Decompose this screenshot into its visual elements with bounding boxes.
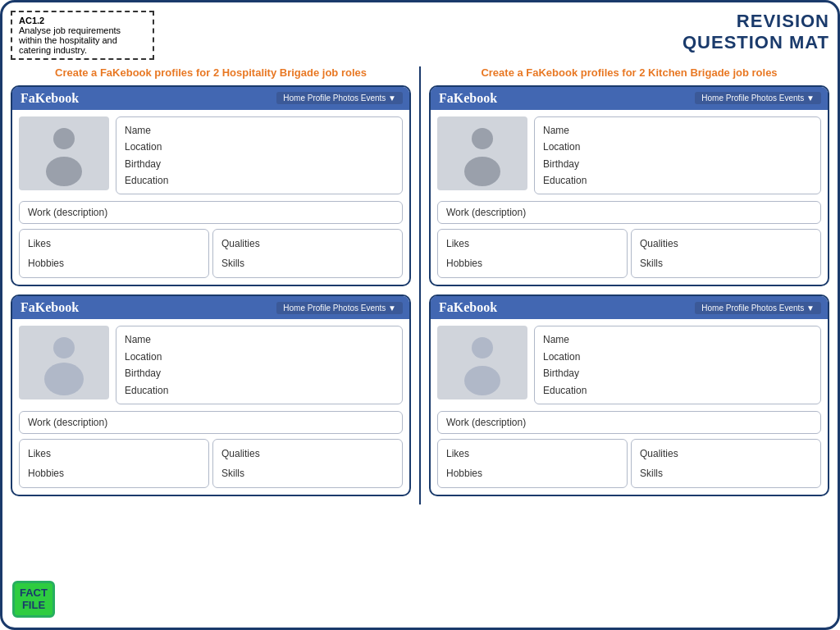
info-name-3: Name [543, 122, 812, 139]
svg-point-6 [472, 337, 493, 358]
info-location-3: Location [543, 139, 812, 155]
info-name-1: Name [125, 122, 394, 139]
fakebook-nav-2: Home Profile Photos Events ▼ [87, 302, 409, 314]
left-col-header: Create a FaKebook profiles for 2 Hospita… [11, 66, 411, 80]
fakebook-nav-inner-2[interactable]: Home Profile Photos Events ▼ [276, 302, 403, 314]
avatar-male-1 [19, 326, 109, 399]
fakebook-nav-inner-3[interactable]: Home Profile Photos Events ▼ [695, 92, 821, 104]
avatar-female-1 [19, 116, 109, 190]
svg-point-5 [464, 157, 500, 186]
info-box-1: Name Location Birthday Education [116, 116, 403, 195]
left-card-2-body: Name Location Birthday Education Work (d… [12, 319, 409, 495]
columns: Create a FaKebook profiles for 2 Hospita… [11, 66, 829, 504]
info-box-4: Name Location Birthday Education [534, 326, 821, 404]
left-card-2-header: FaKebook Home Profile Photos Events ▼ [12, 296, 409, 319]
info-location-2: Location [125, 349, 394, 365]
stats-left-3: Likes Hobbies [437, 229, 628, 278]
info-name-4: Name [543, 331, 812, 348]
vertical-divider [419, 66, 421, 504]
stats-right-4: Qualities Skills [631, 439, 821, 488]
fakebook-nav-inner-4[interactable]: Home Profile Photos Events ▼ [695, 302, 821, 314]
work-box-4: Work (description) [437, 411, 821, 434]
left-card-1: FaKebook Home Profile Photos Events ▼ [11, 85, 411, 287]
stats-row-4: Likes Hobbies Qualities Skills [437, 439, 821, 488]
left-card-1-body: Name Location Birthday Education Work (d… [12, 110, 409, 285]
fakebook-logo-2: FaKebook [12, 296, 87, 319]
stats-row-1: Likes Hobbies Qualities Skills [19, 229, 403, 278]
work-box-1: Work (description) [19, 201, 403, 224]
ac-text: Analyse job requirements within the hosp… [19, 25, 146, 55]
stats-row-3: Likes Hobbies Qualities Skills [437, 229, 821, 278]
info-education-1: Education [125, 172, 394, 189]
page-container: AC1.2 Analyse job requirements within th… [0, 0, 840, 630]
info-name-2: Name [125, 331, 394, 348]
work-box-2: Work (description) [19, 411, 403, 434]
profile-row-2: Name Location Birthday Education [19, 326, 403, 404]
fact-file-badge: FACT FILE [12, 581, 55, 618]
info-education-4: Education [543, 382, 812, 399]
info-education-2: Education [125, 382, 394, 399]
fakebook-logo-4: FaKebook [431, 296, 505, 319]
info-education-3: Education [543, 172, 812, 189]
right-card-1-header: FaKebook Home Profile Photos Events ▼ [431, 87, 828, 110]
right-card-1-body: Name Location Birthday Education Work (d… [431, 110, 828, 285]
svg-point-2 [53, 337, 75, 358]
profile-row-4: Name Location Birthday Education [437, 326, 821, 404]
fakebook-logo-3: FaKebook [431, 87, 505, 110]
stats-left-1: Likes Hobbies [19, 229, 209, 278]
info-box-3: Name Location Birthday Education [534, 116, 821, 195]
svg-point-7 [464, 366, 500, 395]
info-birthday-2: Birthday [125, 365, 394, 381]
work-box-3: Work (description) [437, 201, 821, 224]
info-location-1: Location [125, 139, 394, 155]
left-column: Create a FaKebook profiles for 2 Hospita… [11, 66, 411, 504]
ac-title: AC1.2 [19, 16, 146, 25]
svg-point-1 [46, 157, 82, 186]
right-card-1: FaKebook Home Profile Photos Events ▼ [429, 85, 829, 287]
profile-row-3: Name Location Birthday Education [437, 116, 821, 195]
svg-point-3 [44, 363, 84, 395]
right-col-header: Create a FaKebook profiles for 2 Kitchen… [429, 66, 829, 80]
svg-point-0 [53, 128, 75, 149]
stats-right-3: Qualities Skills [631, 229, 821, 278]
right-card-2-header: FaKebook Home Profile Photos Events ▼ [431, 296, 828, 319]
info-birthday-3: Birthday [543, 156, 812, 172]
fakebook-nav-inner-1[interactable]: Home Profile Photos Events ▼ [276, 92, 403, 104]
fakebook-nav-4: Home Profile Photos Events ▼ [505, 302, 828, 314]
avatar-female-2 [437, 116, 527, 190]
info-location-4: Location [543, 349, 812, 365]
info-box-2: Name Location Birthday Education [116, 326, 403, 404]
right-card-2: FaKebook Home Profile Photos Events ▼ [429, 294, 829, 496]
profile-row-1: Name Location Birthday Education [19, 116, 403, 195]
avatar-female-3 [437, 326, 527, 399]
stats-right-1: Qualities Skills [212, 229, 403, 278]
fakebook-nav-1: Home Profile Photos Events ▼ [87, 92, 409, 104]
ac-box: AC1.2 Analyse job requirements within th… [11, 11, 154, 60]
right-card-2-body: Name Location Birthday Education Work (d… [431, 319, 828, 495]
left-card-2: FaKebook Home Profile Photos Events ▼ [11, 294, 411, 496]
revision-title: REVISION QUESTION MAT [682, 11, 829, 54]
stats-left-4: Likes Hobbies [437, 439, 628, 488]
stats-right-2: Qualities Skills [212, 439, 403, 488]
svg-point-4 [472, 128, 493, 149]
stats-left-2: Likes Hobbies [19, 439, 209, 488]
left-card-1-header: FaKebook Home Profile Photos Events ▼ [12, 87, 409, 110]
info-birthday-1: Birthday [125, 156, 394, 172]
fakebook-logo-1: FaKebook [12, 87, 87, 110]
stats-row-2: Likes Hobbies Qualities Skills [19, 439, 403, 488]
info-birthday-4: Birthday [543, 365, 812, 381]
fakebook-nav-3: Home Profile Photos Events ▼ [505, 92, 828, 104]
right-column: Create a FaKebook profiles for 2 Kitchen… [429, 66, 829, 504]
